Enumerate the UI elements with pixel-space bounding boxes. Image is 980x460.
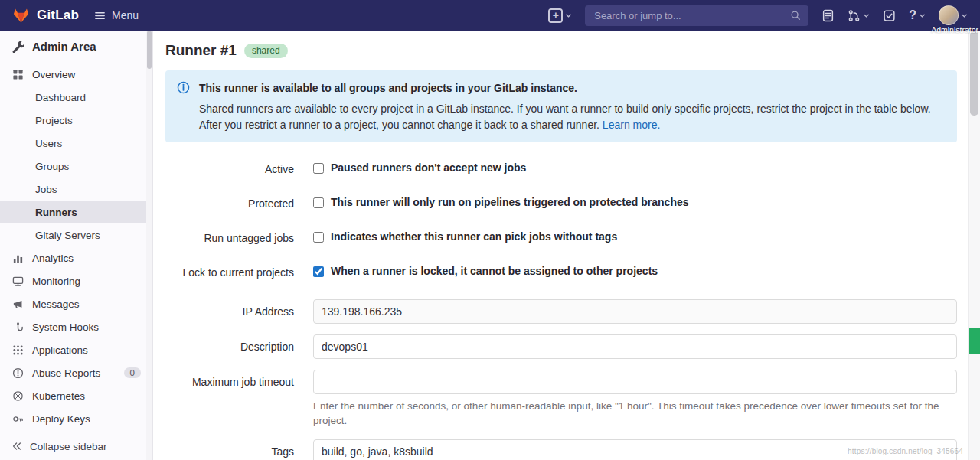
sidebar-item-deploy-keys[interactable]: Deploy Keys [0, 407, 152, 430]
form-row-run-untagged: Run untagged jobs Indicates whether this… [165, 230, 957, 244]
plus-icon: + [548, 8, 563, 23]
active-checkbox[interactable] [313, 163, 324, 174]
form-row-protected: Protected This runner will only run on p… [165, 196, 957, 210]
sidebar-item-applications[interactable]: Applications [0, 338, 152, 361]
form-row-active: Active Paused runners don't accept new j… [165, 161, 957, 175]
sidebar-item-runners[interactable]: Runners [0, 201, 152, 223]
form-row-max-timeout: Maximum job timeout Enter the number of … [165, 370, 957, 429]
sidebar-item-label: Monitoring [32, 276, 80, 287]
sidebar-scrollbar-track [146, 31, 152, 460]
sidebar-item-analytics[interactable]: Analytics [0, 246, 152, 269]
help-button[interactable]: ? [909, 9, 926, 21]
collapse-sidebar-button[interactable]: Collapse sidebar [0, 432, 152, 460]
alert-title: This runner is available to all groups a… [199, 80, 945, 96]
new-menu-button[interactable]: + [548, 8, 572, 23]
run-untagged-checkbox[interactable] [313, 232, 324, 243]
chevron-down-icon [961, 12, 968, 19]
sidebar-item-label: Runners [35, 207, 77, 218]
protected-label: Protected [165, 196, 294, 210]
admin-area-title: Admin Area [32, 40, 96, 53]
sidebar-item-label: Projects [35, 115, 73, 126]
monitoring-icon [11, 276, 24, 287]
ip-address-input[interactable] [313, 299, 957, 324]
sidebar-item-label: Abuse Reports [32, 367, 100, 379]
gitlab-home-link[interactable]: GitLab [12, 7, 79, 24]
ip-address-label: IP Address [165, 299, 294, 318]
sidebar-item-kubernetes[interactable]: Kubernetes [0, 384, 152, 407]
alert-circle-icon [11, 367, 24, 379]
key-icon [11, 413, 24, 425]
merge-requests-button[interactable] [848, 9, 870, 22]
run-untagged-label: Run untagged jobs [165, 230, 294, 244]
megaphone-icon [11, 299, 24, 310]
lock-projects-label: Lock to current projects [165, 265, 294, 279]
sidebar-item-messages[interactable]: Messages [0, 292, 152, 315]
sidebar-item-gitaly-servers[interactable]: Gitaly Servers [0, 223, 152, 246]
page-scrollbar-thumb[interactable] [970, 31, 978, 116]
wrench-icon [11, 40, 24, 53]
search-input[interactable] [593, 9, 790, 22]
sidebar-item-label: Messages [32, 299, 80, 310]
active-checkbox-label: Paused runners don't accept new jobs [331, 161, 526, 174]
todo-check-icon [883, 9, 896, 22]
sidebar-item-monitoring[interactable]: Monitoring [0, 269, 152, 292]
sidebar-item-dashboard[interactable]: Dashboard [0, 86, 152, 109]
search-box[interactable] [585, 5, 808, 26]
applications-grid-icon [11, 344, 24, 356]
tags-label: Tags [165, 439, 294, 458]
protected-checkbox[interactable] [313, 197, 324, 208]
max-timeout-label: Maximum job timeout [165, 370, 294, 388]
merge-request-icon [848, 9, 861, 22]
page-scrollbar-track [968, 31, 980, 460]
menu-button[interactable]: Menu [94, 9, 139, 21]
sidebar-item-overview[interactable]: Overview [0, 63, 152, 86]
runner-edit-page: Runner #1 shared This runner is availabl… [154, 31, 968, 460]
sidebar-item-label: Analytics [32, 253, 74, 264]
menu-label: Menu [112, 9, 139, 21]
todos-button[interactable] [883, 9, 896, 22]
info-icon [177, 81, 190, 94]
run-untagged-checkbox-label: Indicates whether this runner can pick j… [331, 230, 617, 243]
sidebar-nav: Overview Dashboard Projects Users Groups… [0, 63, 152, 430]
sidebar-item-groups[interactable]: Groups [0, 155, 152, 178]
active-label: Active [165, 161, 294, 175]
chevron-down-icon [565, 12, 572, 19]
abuse-reports-count-badge: 0 [124, 367, 141, 378]
sidebar-item-label: Jobs [35, 184, 57, 195]
description-label: Description [165, 334, 294, 353]
alert-body-text: Shared runners are available to every pr… [199, 103, 931, 130]
overview-icon [11, 69, 24, 80]
form-row-description: Description [165, 334, 957, 359]
brand-name: GitLab [37, 8, 79, 23]
issues-icon [822, 9, 835, 22]
sidebar-item-label: Overview [32, 69, 75, 80]
form-row-lock-projects: Lock to current projects When a runner i… [165, 265, 957, 279]
admin-sidebar: Admin Area Overview Dashboard Projects U… [0, 31, 153, 460]
sidebar-item-users[interactable]: Users [0, 132, 152, 155]
gitlab-tanuki-icon [12, 7, 30, 24]
hamburger-icon [94, 10, 106, 21]
chevron-down-icon [863, 12, 870, 19]
sidebar-item-label: Applications [32, 344, 88, 356]
sidebar-item-label: Dashboard [35, 92, 86, 103]
learn-more-link[interactable]: Learn more. [603, 119, 660, 131]
collapse-chevrons-icon [11, 441, 22, 452]
help-icon: ? [909, 9, 916, 21]
description-input[interactable] [313, 334, 957, 359]
sidebar-item-abuse-reports[interactable]: Abuse Reports 0 [0, 361, 152, 384]
max-timeout-input[interactable] [313, 370, 957, 394]
shared-badge: shared [244, 44, 288, 58]
lock-projects-checkbox[interactable] [313, 266, 324, 277]
csdn-watermark: https://blog.csdn.net/log_345664 [848, 447, 963, 455]
user-menu-button[interactable] [939, 5, 968, 25]
sidebar-scrollbar-thumb[interactable] [147, 31, 152, 69]
sidebar-item-projects[interactable]: Projects [0, 109, 152, 132]
sidebar-item-jobs[interactable]: Jobs [0, 178, 152, 201]
issues-button[interactable] [822, 9, 835, 22]
search-icon [790, 10, 801, 21]
sidebar-item-label: Kubernetes [32, 390, 85, 402]
form-row-tags: Tags You can set up jobs to only use run… [165, 439, 957, 460]
admin-area-header[interactable]: Admin Area [0, 31, 152, 60]
max-timeout-help-text: Enter the number of seconds, or other hu… [313, 400, 957, 429]
sidebar-item-system-hooks[interactable]: System Hooks [0, 315, 152, 338]
